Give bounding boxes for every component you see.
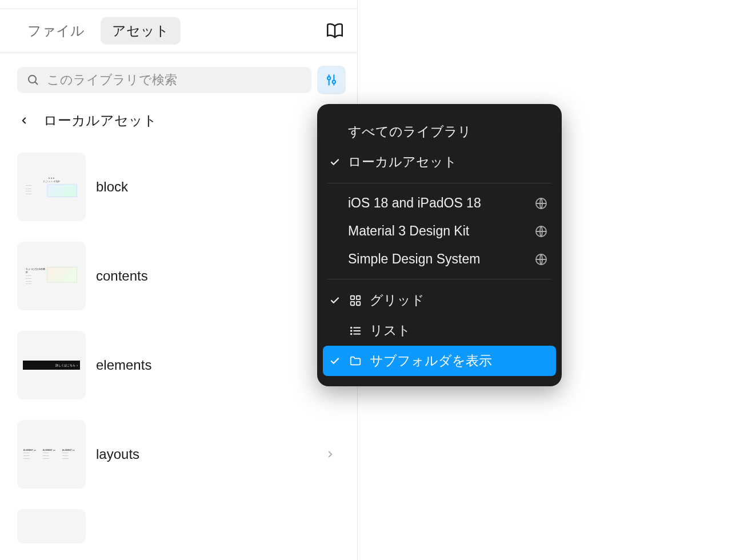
popover-item-grid[interactable]: グリッド [317,285,562,315]
asset-item-block[interactable]: ● ● ● すごいいい不動産 — ——— ——— ——— —— block [17,142,340,231]
svg-point-12 [351,327,352,328]
asset-label: layouts [96,446,315,462]
filter-button[interactable] [317,66,346,94]
popover-item-local-assets[interactable]: ローカルアセット [317,147,562,177]
list-icon [348,325,363,337]
popover-item-subfolders[interactable]: サブフォルダを表示 [323,346,556,376]
popover-label: iOS 18 and iPadOS 18 [348,195,527,211]
popover-item-all-libraries[interactable]: すべてのライブラリ [317,117,562,147]
svg-rect-9 [357,295,360,299]
tab-assets[interactable]: アセット [101,17,181,45]
svg-point-14 [351,330,352,331]
assets-panel: ファイル アセット [0,0,358,560]
globe-icon [534,225,548,238]
folder-icon [348,355,363,367]
asset-label: block [96,179,340,195]
asset-thumb: ELEMENT ●●————————— ELEMENT ●●————————— … [17,420,86,489]
svg-point-16 [351,333,352,334]
search-row [0,53,357,101]
grid-icon [348,294,363,307]
back-button[interactable] [17,114,31,127]
popover-item-simple-design[interactable]: Simple Design System [317,245,562,273]
asset-thumb [17,509,86,543]
popover-label: リスト [370,322,548,339]
svg-rect-10 [351,301,354,305]
popover-item-list[interactable]: リスト [317,315,562,346]
asset-list: ● ● ● すごいいい不動産 — ——— ——— ——— —— block ちょ… [0,140,357,560]
popover-label: Simple Design System [348,251,527,267]
popover-item-material3[interactable]: Material 3 Design Kit [317,217,562,245]
check-icon [329,295,341,306]
svg-point-2 [327,77,330,79]
check-icon [329,157,341,167]
globe-icon [534,253,548,266]
asset-item-contents[interactable]: ちょっとだけみる物件— ——— ——— ——— —— contents [17,231,340,321]
svg-rect-11 [357,301,360,305]
popover-divider [327,279,551,279]
asset-item-elements[interactable]: 詳しくはこちら › elements [17,321,340,410]
globe-icon [534,197,548,210]
library-icon[interactable] [325,21,345,41]
popover-label: グリッド [370,291,548,309]
breadcrumb: ローカルアセット [0,101,357,140]
asset-thumb: ● ● ● すごいいい不動産 — ——— ——— ——— —— [17,153,86,221]
asset-item-placeholder[interactable] [17,499,340,554]
asset-item-layouts[interactable]: ELEMENT ●●————————— ELEMENT ●●————————— … [17,410,340,499]
search-box[interactable] [17,67,311,93]
svg-point-4 [333,81,335,83]
popover-divider [327,183,551,183]
popover-label: すべてのライブラリ [348,123,548,141]
search-icon [26,73,40,87]
asset-thumb: 詳しくはこちら › [17,331,86,399]
svg-point-0 [29,75,36,83]
top-strip [0,0,357,9]
popover-label: サブフォルダを表示 [370,352,548,370]
svg-rect-8 [351,295,354,299]
tab-file[interactable]: ファイル [16,17,96,45]
search-input[interactable] [47,73,302,87]
breadcrumb-label: ローカルアセット [43,111,157,130]
check-icon [329,356,341,366]
popover-item-ios18[interactable]: iOS 18 and iPadOS 18 [317,189,562,217]
popover-label: ローカルアセット [348,153,548,171]
asset-thumb: ちょっとだけみる物件— ——— ——— ——— —— [17,242,86,310]
filter-popover: すべてのライブラリ ローカルアセット iOS 18 and iPadOS 18 … [317,104,562,386]
tabs-row: ファイル アセット [0,9,357,53]
asset-label: elements [96,357,340,373]
asset-label: contents [96,268,340,284]
chevron-right-icon [325,449,340,459]
popover-label: Material 3 Design Kit [348,223,527,239]
